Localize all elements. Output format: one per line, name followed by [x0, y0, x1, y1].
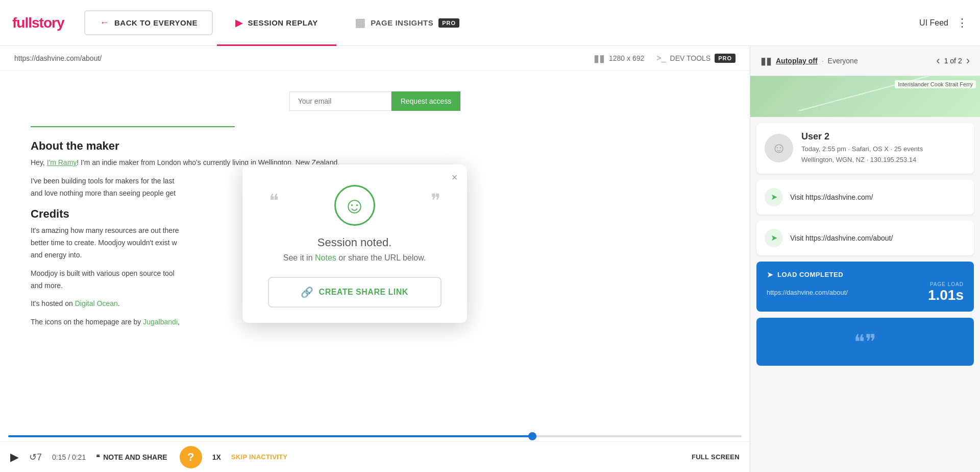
visit1-event-card[interactable]: ➤ Visit https://dashvine.com/	[756, 180, 974, 215]
play-icon: ▶	[235, 17, 243, 29]
dev-tools-display[interactable]: >_ DEV TOOLS PRO	[656, 54, 736, 63]
logo: fullstory	[12, 15, 64, 31]
visit1-label: Visit https://dashvine.com/	[790, 193, 873, 201]
ramy-link[interactable]: I'm Ramy	[47, 158, 77, 167]
visit1-icon: ➤	[765, 188, 783, 206]
more-options-icon[interactable]: ⋮	[957, 16, 968, 30]
modal-subtitle: See it in Notes or share the URL below.	[268, 253, 442, 263]
monitor-icon: ▮▮	[594, 52, 605, 64]
user-meta-line2: Wellington, WGN, NZ · 130.195.253.14	[801, 155, 923, 166]
user-avatar: ☺	[765, 134, 793, 162]
user-name: User 2	[801, 131, 923, 142]
everyone-label: Everyone	[828, 57, 858, 65]
smiley-icon: ☺	[334, 185, 375, 226]
email-input[interactable]	[289, 91, 391, 111]
digital-ocean-link[interactable]: Digital Ocean	[75, 299, 118, 308]
load-icon: ➤	[767, 270, 773, 279]
map-label: Interislander Cook Strait Ferry	[895, 80, 976, 88]
progress-thumb[interactable]	[528, 432, 536, 440]
progress-bar-area[interactable]	[0, 431, 750, 441]
create-share-link-button[interactable]: 🔗 CREATE SHARE LINK	[268, 277, 442, 308]
email-form: Request access	[31, 91, 719, 111]
nav-right: UI Feed ⋮	[919, 16, 968, 30]
load-time-area: PAGE LOAD 1.01s	[928, 281, 964, 303]
skip-inactivity-button[interactable]: SKIP INACTIVITY	[231, 453, 287, 461]
about-heading: About the maker	[31, 139, 719, 153]
sidebar-header: ▮▮ Autoplay off · Everyone ‹ 1 of 2 ›	[750, 46, 980, 76]
visit2-label: Visit https://dashvine.com/about/	[790, 234, 893, 242]
ui-feed-label: UI Feed	[919, 18, 948, 28]
user-meta: Today, 2:55 pm · Safari, OS X · 25 event…	[801, 144, 923, 166]
session-nav-arrows: ‹ 1 of 2 ›	[936, 54, 970, 67]
visit2-event-card[interactable]: ➤ Visit https://dashvine.com/about/	[756, 221, 974, 255]
session-count: 1 of 2	[944, 57, 962, 65]
jugalbandi-link[interactable]: Jugalbandi	[143, 318, 178, 326]
user-meta-line1: Today, 2:55 pm · Safari, OS X · 25 event…	[801, 144, 923, 155]
note-and-share-button[interactable]: ❝ NOTE AND SHARE	[96, 453, 167, 461]
load-completed-card: ➤ LOAD COMPLETED https://dashvine.com/ab…	[756, 262, 974, 312]
url-bar-right: ▮▮ 1280 x 692 >_ DEV TOOLS PRO	[594, 52, 736, 64]
camera-icon: ▦	[355, 16, 366, 30]
replay-button[interactable]: ↺7	[29, 452, 42, 463]
session-replay-label: SESSION REPLAY	[248, 18, 318, 27]
pro-badge-insights: PRO	[438, 18, 459, 28]
page-insights-label: PAGE INSIGHTS	[371, 18, 433, 27]
url-display: https://dashvine.com/about/	[14, 54, 102, 62]
play-button[interactable]: ▶	[10, 451, 19, 464]
session-replay-tab[interactable]: ▶ SESSION REPLAY	[217, 0, 336, 46]
visit2-icon: ➤	[765, 229, 783, 247]
total-time: 0:21	[72, 453, 86, 461]
progress-fill	[8, 435, 536, 437]
autoplay-off-link[interactable]: Autoplay off	[776, 57, 818, 65]
separator: ·	[822, 57, 824, 65]
modal-quote-right-icon: ❞	[431, 190, 440, 211]
load-body: https://dashvine.com/about/ PAGE LOAD 1.…	[767, 281, 964, 303]
load-url: https://dashvine.com/about/	[767, 289, 848, 296]
avatar-smiley: ☺	[772, 140, 787, 156]
quote-marks-icon: ❝❞	[854, 330, 876, 353]
back-arrow-icon: ←	[100, 17, 109, 28]
speed-button[interactable]: 1X	[212, 453, 221, 461]
resolution-text: 1280 x 692	[609, 54, 644, 62]
note-share-label: NOTE AND SHARE	[103, 453, 167, 461]
fullscreen-button[interactable]: FULL SCREEN	[692, 453, 740, 461]
time-display: 0:15 / 0:21	[52, 453, 86, 461]
back-to-everyone-button[interactable]: ← BACK TO EVERYONE	[84, 10, 213, 35]
autoplay-icon: ▮▮	[761, 55, 772, 67]
link-icon: 🔗	[301, 286, 314, 298]
dev-tools-label: DEV TOOLS	[670, 54, 711, 62]
quote-card: ❝❞	[756, 318, 974, 366]
quote-icon-left: ❝	[96, 453, 100, 461]
request-access-button[interactable]: Request access	[391, 91, 461, 111]
url-bar: https://dashvine.com/about/ ▮▮ 1280 x 69…	[0, 46, 750, 71]
top-nav: fullstory ← BACK TO EVERYONE ▶ SESSION R…	[0, 0, 980, 46]
user-info: User 2 Today, 2:55 pm · Safari, OS X · 2…	[801, 131, 923, 166]
modal-title: Session noted.	[268, 236, 442, 249]
logo-text: fullstory	[12, 15, 64, 31]
next-session-button[interactable]: ›	[966, 54, 970, 67]
modal-quote-left-icon: ❝	[269, 190, 279, 211]
dev-tools-icon: >_	[656, 54, 666, 63]
load-title: LOAD COMPLETED	[777, 271, 843, 278]
user-card[interactable]: ☺ User 2 Today, 2:55 pm · Safari, OS X ·…	[756, 123, 974, 174]
prev-session-button[interactable]: ‹	[936, 54, 940, 67]
session-noted-modal: × ❝ ❞ ☺ Session noted. See it in Notes o…	[242, 164, 467, 323]
create-share-label: CREATE SHARE LINK	[319, 288, 408, 297]
back-label: BACK TO EVERYONE	[114, 18, 198, 27]
progress-track[interactable]	[8, 435, 742, 437]
pro-badge-devtools: PRO	[715, 54, 736, 63]
load-header: ➤ LOAD COMPLETED	[767, 270, 964, 279]
map-thumbnail: Interislander Cook Strait Ferry	[750, 76, 980, 117]
page-insights-tab[interactable]: ▦ PAGE INSIGHTS PRO	[336, 0, 478, 46]
autoplay-control: ▮▮ Autoplay off · Everyone	[761, 55, 858, 67]
modal-close-button[interactable]: ×	[452, 172, 458, 183]
resolution-display: ▮▮ 1280 x 692	[594, 52, 644, 64]
right-sidebar: ▮▮ Autoplay off · Everyone ‹ 1 of 2 › In…	[750, 46, 980, 472]
main-area: https://dashvine.com/about/ ▮▮ 1280 x 69…	[0, 46, 980, 472]
page-load-time: 1.01s	[928, 287, 964, 303]
help-bubble[interactable]: ?	[180, 446, 202, 468]
content-pane: https://dashvine.com/about/ ▮▮ 1280 x 69…	[0, 46, 750, 472]
notes-link[interactable]: Notes	[315, 253, 336, 262]
bottom-controls: ▶ ↺7 0:15 / 0:21 ❝ NOTE AND SHARE ? 1X S…	[0, 441, 750, 472]
current-time: 0:15	[52, 453, 66, 461]
